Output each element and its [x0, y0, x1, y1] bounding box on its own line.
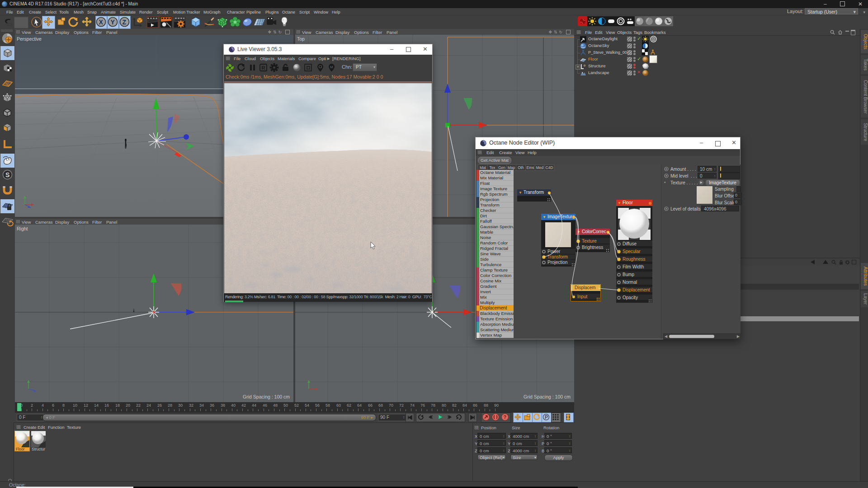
svg-text:o: o	[584, 64, 585, 67]
svg-text:X: X	[99, 19, 104, 26]
svg-text:Y: Y	[111, 19, 115, 26]
svg-text:P: P	[545, 414, 548, 420]
svg-text:?: ?	[504, 414, 507, 420]
svg-text:Z: Z	[123, 19, 127, 26]
svg-text:R: R	[262, 65, 265, 70]
svg-text:S: S	[5, 171, 9, 178]
svg-text:M: M	[330, 65, 333, 69]
